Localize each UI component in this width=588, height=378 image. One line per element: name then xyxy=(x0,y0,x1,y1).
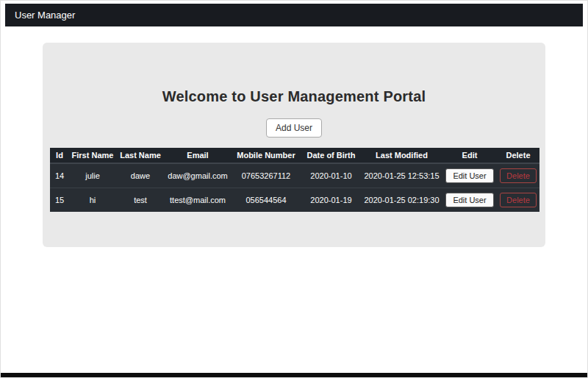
cell-email: daw@gmail.com xyxy=(165,163,231,188)
page-title: Welcome to User Management Portal xyxy=(50,43,538,105)
cell-dob: 2020-01-19 xyxy=(301,188,361,213)
cell-mobile: 07653267112 xyxy=(231,163,301,188)
cell-edit: Edit User xyxy=(442,163,497,188)
delete-user-button[interactable]: Delete xyxy=(500,168,537,183)
content-card: Welcome to User Management Portal Add Us… xyxy=(43,43,545,247)
header-edit: Edit xyxy=(442,148,497,163)
cell-last-modified: 2020-01-25 02:19:30 xyxy=(361,188,442,213)
bottom-edge-bar xyxy=(1,373,587,377)
header-last-modified: Last Modified xyxy=(361,148,442,163)
cell-edit: Edit User xyxy=(442,188,497,213)
cell-delete: Delete xyxy=(497,188,539,213)
cell-id: 15 xyxy=(50,188,69,213)
cell-mobile: 056544564 xyxy=(231,188,301,213)
cell-last-name: test xyxy=(116,188,165,213)
header-delete: Delete xyxy=(497,148,539,163)
header-mobile: Mobile Number xyxy=(231,148,301,163)
cell-last-modified: 2020-01-25 12:53:15 xyxy=(361,163,442,188)
cell-first-name: julie xyxy=(69,163,116,188)
navbar: User Manager xyxy=(5,4,583,26)
cell-last-name: dawe xyxy=(116,163,165,188)
cell-first-name: hi xyxy=(69,188,116,213)
header-last-name: Last Name xyxy=(116,148,165,163)
app-title: User Manager xyxy=(15,10,75,21)
header-id: Id xyxy=(50,148,69,163)
edit-user-button[interactable]: Edit User xyxy=(445,193,493,207)
header-email: Email xyxy=(165,148,231,163)
edit-user-button[interactable]: Edit User xyxy=(445,168,493,183)
cell-delete: Delete xyxy=(497,163,539,188)
header-first-name: First Name xyxy=(69,148,116,163)
table-row: 15hitestttest@mail.com0565445642020-01-1… xyxy=(50,188,539,213)
page: User Manager Welcome to User Management … xyxy=(1,1,587,247)
header-dob: Date of Birth xyxy=(301,148,361,163)
add-user-button[interactable]: Add User xyxy=(266,118,322,138)
cell-id: 14 xyxy=(50,163,69,188)
table-header-row: Id First Name Last Name Email Mobile Num… xyxy=(50,148,539,163)
table-row: 14juliedawedaw@gmail.com076532671122020-… xyxy=(50,163,539,188)
users-table: Id First Name Last Name Email Mobile Num… xyxy=(50,148,539,212)
cell-dob: 2020-01-10 xyxy=(301,163,361,188)
delete-user-button[interactable]: Delete xyxy=(500,193,537,207)
add-user-row: Add User xyxy=(50,118,538,138)
cell-email: ttest@mail.com xyxy=(165,188,231,213)
